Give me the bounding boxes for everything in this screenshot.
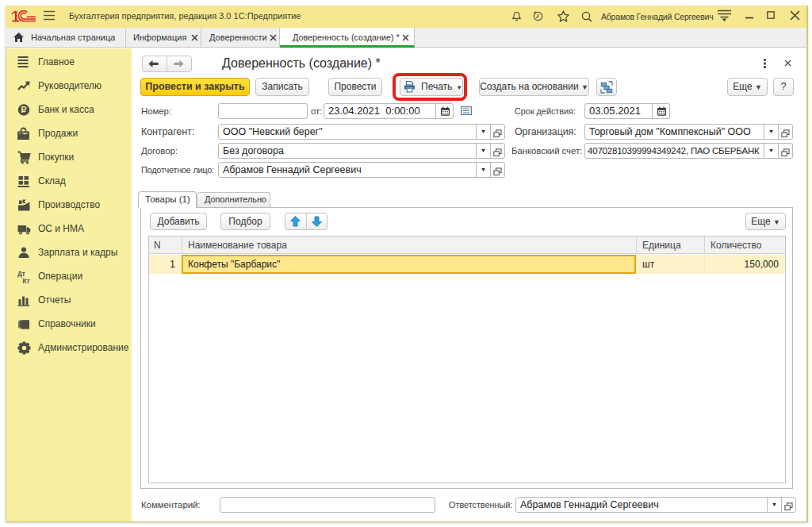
svg-text:Кт: Кт <box>23 278 30 284</box>
svg-text:Дт: Дт <box>17 271 25 278</box>
svg-text:P: P <box>21 105 26 114</box>
